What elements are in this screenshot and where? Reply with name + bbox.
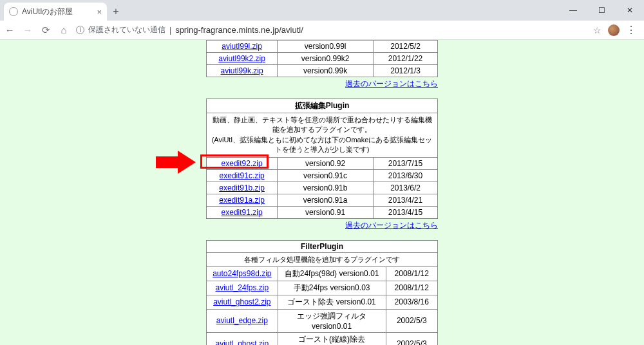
url-field[interactable]: i 保護されていない通信 | spring-fragrance.mints.ne… bbox=[76, 24, 587, 35]
table-row: aviutl_24fps.zip手動24fps version0.032008/… bbox=[207, 281, 437, 295]
date-cell: 2013/6/30 bbox=[374, 170, 437, 182]
date-cell: 2002/5/3 bbox=[386, 310, 437, 332]
table-row: exedit91.zipversion0.912013/4/15 bbox=[207, 207, 437, 218]
download-link[interactable]: auto24fps98d.zip bbox=[213, 269, 271, 278]
bookmark-icon[interactable]: ☆ bbox=[593, 25, 601, 35]
address-bar: ← → ⟳ ⌂ i 保護されていない通信 | spring-fragrance.… bbox=[0, 21, 644, 40]
download-link[interactable]: aviutl_edge.zip bbox=[216, 316, 268, 325]
date-cell: 2008/1/12 bbox=[386, 267, 437, 281]
maximize-button[interactable]: ☐ bbox=[587, 0, 616, 21]
download-link[interactable]: aviutl99l.zip bbox=[222, 42, 262, 51]
version-cell: ゴースト除去 version0.01 bbox=[278, 295, 386, 309]
tab-bar: AviUtlのお部屋 × + — ☐ ✕ bbox=[0, 0, 644, 21]
download-link[interactable]: exedit91.zip bbox=[222, 208, 263, 217]
table-row: exedit91a.zipversion0.91a2013/4/21 bbox=[207, 194, 437, 206]
table-row: aviutl_ghost.zipゴースト(縦線)除去 version0.0120… bbox=[207, 333, 437, 345]
url-separator: | bbox=[169, 26, 171, 35]
browser-tab[interactable]: AviUtlのお部屋 × bbox=[4, 3, 107, 21]
security-label: 保護されていない通信 bbox=[88, 24, 166, 35]
version-cell: version0.91c bbox=[278, 170, 373, 182]
url-text: spring-fragrance.mints.ne.jp/aviutl/ bbox=[175, 25, 303, 35]
download-link[interactable]: exedit91a.zip bbox=[219, 196, 265, 205]
back-button[interactable]: ← bbox=[4, 24, 15, 35]
version-cell: ゴースト(縦線)除去 version0.01 bbox=[278, 333, 386, 345]
tab-title: AviUtlのお部屋 bbox=[22, 6, 73, 17]
download-link[interactable]: exedit91b.zip bbox=[219, 183, 265, 192]
table-row: aviutl99k.zipversion0.99k2012/1/3 bbox=[207, 65, 437, 77]
download-link[interactable]: aviutl99k.zip bbox=[221, 66, 263, 75]
past-versions-link-aviutl[interactable]: 過去のバージョンはこちら bbox=[345, 79, 438, 88]
table-row: exedit91b.zipversion0.91b2013/6/2 bbox=[207, 182, 437, 194]
date-cell: 2003/8/16 bbox=[386, 295, 437, 309]
version-cell: version0.91 bbox=[278, 207, 373, 218]
download-link[interactable]: aviutl_24fps.zip bbox=[215, 283, 269, 292]
date-cell: 2012/5/2 bbox=[374, 41, 437, 52]
filter-desc: 各種フィルタ処理機能を追加するプラグインです bbox=[207, 253, 437, 266]
annotation-arrow bbox=[156, 151, 197, 174]
new-tab-button[interactable]: + bbox=[107, 3, 125, 21]
version-cell: version0.91b bbox=[278, 182, 373, 194]
date-cell: 2012/1/22 bbox=[374, 53, 437, 64]
date-cell: 2013/6/2 bbox=[374, 182, 437, 194]
table-row: exedit91c.zipversion0.91c2013/6/30 bbox=[207, 170, 437, 182]
minimize-button[interactable]: — bbox=[559, 0, 587, 21]
date-cell: 2013/4/15 bbox=[374, 207, 437, 218]
table-row: aviutl_ghost2.zipゴースト除去 version0.012003/… bbox=[207, 295, 437, 309]
globe-icon bbox=[9, 7, 18, 16]
reload-button[interactable]: ⟳ bbox=[40, 24, 52, 36]
menu-icon[interactable]: ⋮ bbox=[626, 24, 636, 36]
date-cell: 2002/5/3 bbox=[386, 333, 437, 345]
exedit-header: 拡張編集Plugin bbox=[207, 99, 437, 113]
filter-table: FilterPlugin 各種フィルタ処理機能を追加するプラグインです auto… bbox=[206, 240, 438, 345]
version-cell: 手動24fps version0.03 bbox=[278, 281, 386, 295]
table-row: exedit92.zipversion0.922013/7/15 bbox=[207, 158, 437, 169]
page-content: aviutl99l.zipversion0.99l2012/5/2aviutl9… bbox=[0, 40, 644, 345]
home-button[interactable]: ⌂ bbox=[58, 24, 70, 35]
close-window-button[interactable]: ✕ bbox=[616, 0, 644, 21]
close-icon[interactable]: × bbox=[97, 7, 102, 17]
download-link[interactable]: exedit92.zip bbox=[222, 159, 263, 168]
profile-avatar[interactable] bbox=[608, 24, 620, 36]
download-link[interactable]: aviutl_ghost.zip bbox=[215, 339, 269, 345]
date-cell: 2013/4/21 bbox=[374, 194, 437, 206]
version-cell: 自動24fps(98d) version0.01 bbox=[278, 267, 386, 281]
table-row: aviutl_edge.zipエッジ強調フィルタ version0.012002… bbox=[207, 310, 437, 332]
version-cell: version0.91a bbox=[278, 194, 373, 206]
table-row: aviutl99k2.zipversion0.99k22012/1/22 bbox=[207, 53, 437, 64]
date-cell: 2012/1/3 bbox=[374, 65, 437, 77]
table-row: auto24fps98d.zip自動24fps(98d) version0.01… bbox=[207, 267, 437, 281]
download-link[interactable]: aviutl99k2.zip bbox=[218, 54, 265, 63]
version-cell: version0.92 bbox=[278, 158, 373, 169]
forward-button: → bbox=[22, 24, 33, 35]
table-row: aviutl99l.zipversion0.99l2012/5/2 bbox=[207, 41, 437, 52]
date-cell: 2013/7/15 bbox=[374, 158, 437, 169]
date-cell: 2008/1/12 bbox=[386, 281, 437, 295]
exedit-table: 拡張編集Plugin 動画、静止画、テキスト等を任意の場所で重ね合わせたりする編… bbox=[206, 98, 438, 219]
exedit-desc: 動画、静止画、テキスト等を任意の場所で重ね合わせたりする編集機能を追加するプラグ… bbox=[207, 113, 437, 157]
download-link[interactable]: aviutl_ghost2.zip bbox=[213, 297, 270, 306]
version-cell: エッジ強調フィルタ version0.01 bbox=[278, 310, 386, 332]
version-cell: version0.99l bbox=[278, 41, 373, 52]
version-cell: version0.99k bbox=[278, 65, 373, 77]
aviutl-table: aviutl99l.zipversion0.99l2012/5/2aviutl9… bbox=[206, 40, 438, 77]
download-link[interactable]: exedit91c.zip bbox=[220, 171, 265, 180]
info-icon: i bbox=[76, 26, 84, 34]
version-cell: version0.99k2 bbox=[278, 53, 373, 64]
filter-header: FilterPlugin bbox=[207, 241, 437, 252]
past-versions-link-exedit[interactable]: 過去のバージョンはこちら bbox=[345, 221, 438, 230]
